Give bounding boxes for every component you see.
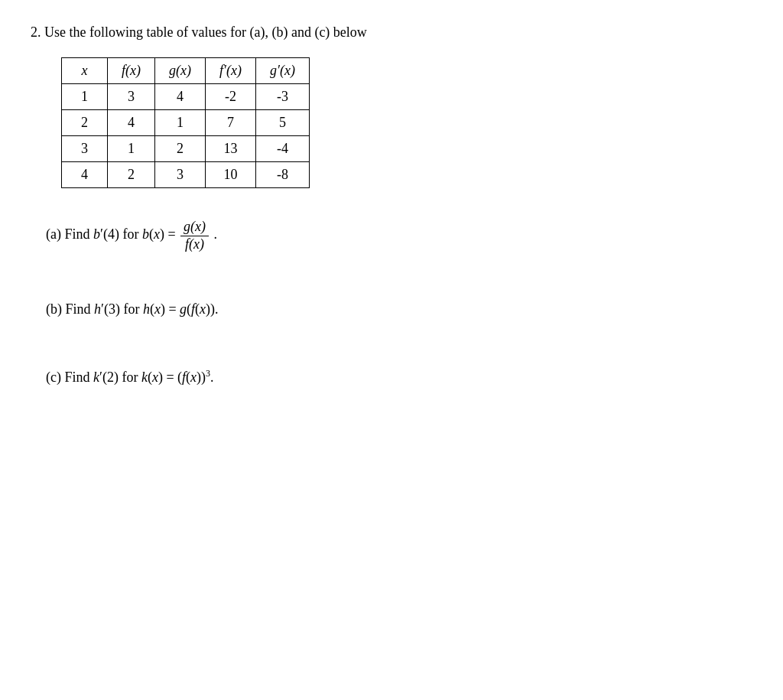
cell-fp1: -2 — [206, 84, 256, 110]
part-c: (c) Find k′(2) for k(x) = (f(x))3. — [46, 366, 752, 389]
table-row: 2 4 1 7 5 — [62, 110, 310, 136]
cell-fp3: 13 — [206, 136, 256, 162]
cell-gp1: -3 — [255, 84, 309, 110]
table-body: 1 3 4 -2 -3 2 4 1 7 5 3 1 2 13 — [62, 84, 310, 188]
cell-g3: 2 — [155, 136, 206, 162]
cell-gp3: -4 — [255, 136, 309, 162]
cell-f1: 3 — [108, 84, 155, 110]
table-header-row: x f(x) g(x) f′(x) g′(x) — [62, 58, 310, 84]
cell-gp4: -8 — [255, 162, 309, 188]
problem-intro: Use the following table of values for (a… — [44, 24, 367, 40]
values-table: x f(x) g(x) f′(x) g′(x) 1 3 4 -2 -3 2 4 — [61, 57, 310, 188]
problem-header: 2. Use the following table of values for… — [31, 23, 752, 42]
table-row: 3 1 2 13 -4 — [62, 136, 310, 162]
fraction-gx-fx: g(x) f(x) — [180, 219, 209, 252]
cell-g1: 4 — [155, 84, 206, 110]
fraction-numerator: g(x) — [180, 219, 209, 236]
part-a-text: (a) Find b′(4) for b(x) = g(x) f(x) . — [46, 226, 217, 242]
part-a: (a) Find b′(4) for b(x) = g(x) f(x) . — [46, 219, 752, 252]
fraction-denominator: f(x) — [182, 236, 207, 253]
col-header-gpx: g′(x) — [255, 58, 309, 84]
cell-f3: 1 — [108, 136, 155, 162]
col-header-fpx: f′(x) — [206, 58, 256, 84]
cell-fp4: 10 — [206, 162, 256, 188]
cell-g2: 1 — [155, 110, 206, 136]
table-container: x f(x) g(x) f′(x) g′(x) 1 3 4 -2 -3 2 4 — [61, 57, 752, 188]
cell-x3: 3 — [62, 136, 108, 162]
cell-g4: 3 — [155, 162, 206, 188]
col-header-x: x — [62, 58, 108, 84]
part-b-text: (b) Find h′(3) for h(x) = g(f(x)). — [46, 301, 219, 317]
part-a-period: . — [214, 226, 218, 242]
cell-gp2: 5 — [255, 110, 309, 136]
problem-number: 2. — [31, 24, 41, 40]
cell-fp2: 7 — [206, 110, 256, 136]
col-header-fx: f(x) — [108, 58, 155, 84]
cell-x2: 2 — [62, 110, 108, 136]
cell-x1: 1 — [62, 84, 108, 110]
cell-f4: 2 — [108, 162, 155, 188]
problem-container: 2. Use the following table of values for… — [31, 23, 752, 389]
table-row: 1 3 4 -2 -3 — [62, 84, 310, 110]
part-a-label: (a) Find b′(4) for b(x) = — [46, 226, 179, 242]
cell-f2: 4 — [108, 110, 155, 136]
col-header-gx: g(x) — [155, 58, 206, 84]
table-row: 4 2 3 10 -8 — [62, 162, 310, 188]
part-b: (b) Find h′(3) for h(x) = g(f(x)). — [46, 298, 752, 321]
cell-x4: 4 — [62, 162, 108, 188]
part-c-text: (c) Find k′(2) for k(x) = (f(x))3. — [46, 370, 214, 385]
